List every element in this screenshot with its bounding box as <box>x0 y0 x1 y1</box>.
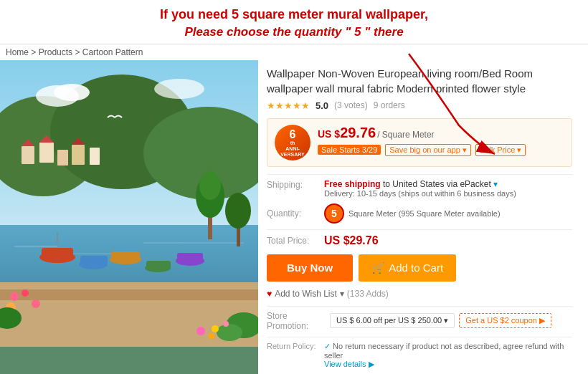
breadcrumb-products[interactable]: Products <box>39 47 72 57</box>
rating-votes[interactable]: (3 votes) <box>334 100 368 110</box>
svg-point-45 <box>223 321 229 327</box>
breadcrumb: Home > Products > Cartoon Pattern <box>0 44 588 60</box>
price-display: US $29.76 <box>318 125 376 141</box>
svg-rect-9 <box>39 143 54 163</box>
svg-point-43 <box>217 324 242 341</box>
quantity-unit: Square Meter (995 Square Meter available… <box>348 209 501 218</box>
svg-rect-20 <box>42 248 73 258</box>
return-policy-row: Return Policy: ✓ No return necessary if … <box>267 342 572 369</box>
promo-coupon1[interactable]: US $ 6.00 off per US $ 250.00 ▾ <box>330 313 455 328</box>
bulk-price-badge[interactable]: Bulk Price ▾ <box>475 144 526 156</box>
heart-icon: ♥ <box>267 289 272 299</box>
free-shipping-text: Free shipping <box>324 179 381 189</box>
svg-rect-23 <box>80 256 108 265</box>
svg-point-5 <box>54 84 90 101</box>
product-details: Wallpaper Non-Woven European living room… <box>258 60 581 374</box>
price-per-unit: / Square Meter <box>377 130 434 140</box>
svg-rect-7 <box>22 146 34 164</box>
svg-rect-12 <box>72 145 85 165</box>
promo-label: Store Promotion: <box>267 311 324 331</box>
breadcrumb-home[interactable]: Home <box>6 47 29 57</box>
return-policy-icon: ✓ <box>324 342 331 350</box>
return-policy-text: No return necessary if product not as de… <box>324 342 564 360</box>
svg-point-35 <box>32 299 40 308</box>
quantity-row: Quantity: 5 Square Meter (995 Square Met… <box>267 203 572 224</box>
delivery-info: Delivery: 10-15 days (ships out within 6… <box>324 189 572 198</box>
wishlist-row[interactable]: ♥ Add to Wish List ▾ (133 Adds) <box>267 289 572 299</box>
svg-rect-11 <box>57 150 68 166</box>
rating-score: 5.0 <box>316 100 328 111</box>
wishlist-arrow: ▾ <box>340 289 344 299</box>
svg-point-47 <box>209 333 214 339</box>
svg-rect-25 <box>111 251 140 260</box>
svg-point-32 <box>10 292 19 301</box>
star-rating: ★★★★★ <box>267 100 310 111</box>
annotation-banner: If you need 5 square meter mural wallpap… <box>0 0 588 44</box>
buy-now-button[interactable]: Buy Now <box>267 254 353 282</box>
return-policy-label: Return Policy: <box>267 342 324 350</box>
annotation-line1: If you need 5 square meter mural wallpap… <box>7 6 581 24</box>
svg-rect-31 <box>0 289 258 300</box>
svg-point-38 <box>199 171 221 200</box>
annotation-line2: Please choose the quantity " 5 " there <box>7 24 581 41</box>
product-image-area: 🔍 Mouse over to zoom in <box>0 60 258 374</box>
quantity-value[interactable]: 5 <box>324 203 344 224</box>
sale-badge: Sale Starts 3/29 <box>318 145 381 155</box>
product-image[interactable] <box>0 60 258 347</box>
total-price-row: Total Price: US $29.76 <box>267 234 572 247</box>
wishlist-count: (133 Adds) <box>347 289 389 299</box>
app-save-badge[interactable]: Save big on our app ▾ <box>385 144 471 156</box>
svg-point-6 <box>154 79 204 99</box>
price-box: 6 th ANNI- VERSARY US $29.76 / Square Me… <box>267 118 572 167</box>
cart-icon: 🛒 <box>371 262 385 274</box>
svg-rect-14 <box>90 148 100 165</box>
add-to-cart-button[interactable]: 🛒 Add to Cart <box>359 254 456 282</box>
action-buttons: Buy Now 🛒 Add to Cart <box>267 254 572 282</box>
breadcrumb-category: Cartoon Pattern <box>82 47 143 57</box>
svg-point-33 <box>22 289 29 297</box>
get-coupon-button[interactable]: Get a US $2 coupon ▶ <box>459 313 551 328</box>
svg-point-44 <box>212 325 219 332</box>
return-policy-link[interactable]: View details ▶ <box>324 360 572 369</box>
rating-row: ★★★★★ 5.0 (3 votes) 9 orders <box>267 100 572 111</box>
svg-rect-29 <box>177 253 203 262</box>
shipping-row: Shipping: Free shipping to United States… <box>267 179 572 198</box>
total-label: Total Price: <box>267 236 324 246</box>
anniversary-badge: 6 th ANNI- VERSARY <box>275 125 310 160</box>
svg-point-46 <box>196 327 205 335</box>
svg-point-40 <box>225 193 251 229</box>
promotion-row: Store Promotion: US $ 6.00 off per US $ … <box>267 311 572 331</box>
orders-count: 9 orders <box>374 100 405 110</box>
total-price-value: US $29.76 <box>324 234 379 247</box>
shipping-label: Shipping: <box>267 179 324 190</box>
product-title: Wallpaper Non-Woven European living room… <box>267 66 572 96</box>
svg-rect-27 <box>146 261 171 269</box>
wishlist-label: Add to Wish List <box>275 289 337 299</box>
shipping-destination: to United States via ePacket <box>383 179 491 189</box>
quantity-label: Quantity: <box>267 208 324 219</box>
